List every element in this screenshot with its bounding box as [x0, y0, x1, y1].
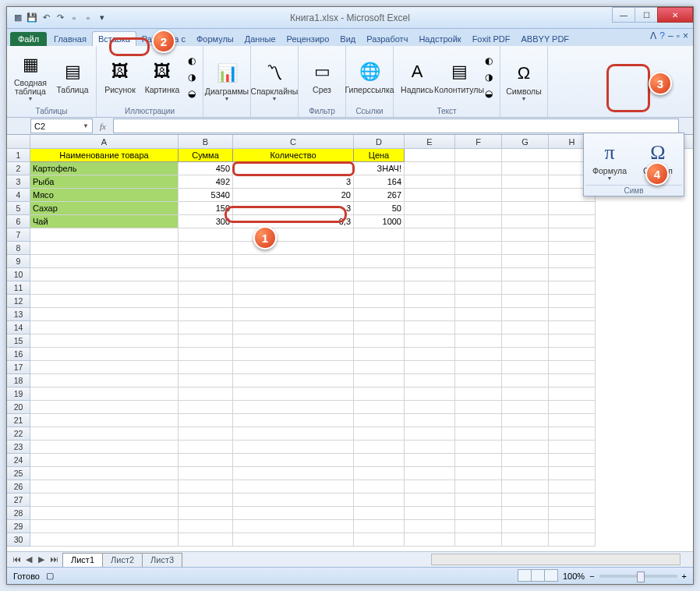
- cell-B1[interactable]: Сумма: [179, 149, 233, 162]
- horizontal-scrollbar[interactable]: [431, 554, 681, 565]
- cell-C14[interactable]: [233, 321, 354, 334]
- cell-F26[interactable]: [455, 480, 502, 494]
- row-header-19[interactable]: 19: [7, 388, 30, 401]
- cell-E28[interactable]: [405, 507, 455, 520]
- cell-F5[interactable]: [455, 202, 502, 215]
- cell-E21[interactable]: [405, 414, 455, 427]
- cell-D1[interactable]: Цена: [354, 149, 405, 162]
- cell-E26[interactable]: [405, 480, 455, 494]
- cell-E23[interactable]: [405, 441, 455, 454]
- cell-B3[interactable]: 492: [179, 175, 233, 189]
- row-header-9[interactable]: 9: [7, 255, 30, 268]
- tab-разработч[interactable]: Разработч: [361, 32, 413, 46]
- cell-E14[interactable]: [405, 321, 455, 334]
- cell-D27[interactable]: [354, 494, 405, 507]
- cell-B17[interactable]: [179, 361, 233, 374]
- cell-C8[interactable]: [233, 242, 354, 255]
- cell-E22[interactable]: [405, 427, 455, 441]
- cell-H26[interactable]: [549, 480, 596, 494]
- cell-H11[interactable]: [549, 281, 596, 295]
- cell-D11[interactable]: [354, 281, 405, 295]
- cell-A11[interactable]: [30, 281, 179, 295]
- cell-D20[interactable]: [354, 401, 405, 414]
- cell-B12[interactable]: [179, 295, 233, 308]
- cell-E2[interactable]: [405, 162, 455, 175]
- row-header-18[interactable]: 18: [7, 374, 30, 388]
- cell-A15[interactable]: [30, 334, 179, 348]
- cell-E9[interactable]: [405, 255, 455, 268]
- cell-E17[interactable]: [405, 361, 455, 374]
- cell-B27[interactable]: [179, 494, 233, 507]
- cell-G17[interactable]: [502, 361, 549, 374]
- cell-G5[interactable]: [502, 202, 549, 215]
- cell-C25[interactable]: [233, 467, 354, 480]
- cell-H22[interactable]: [549, 427, 596, 441]
- cell-E29[interactable]: [405, 520, 455, 533]
- cell-G27[interactable]: [502, 494, 549, 507]
- ribbon-btn-картинка[interactable]: 🖼Картинка: [142, 50, 182, 104]
- cell-H18[interactable]: [549, 374, 596, 388]
- ribbon-btn-гиперссылка[interactable]: 🌐Гиперссылка: [349, 50, 390, 104]
- cell-H10[interactable]: [549, 268, 596, 281]
- cell-A19[interactable]: [30, 388, 179, 401]
- cell-H5[interactable]: [549, 202, 596, 215]
- cell-D17[interactable]: [354, 361, 405, 374]
- cell-A16[interactable]: [30, 348, 179, 361]
- cell-H28[interactable]: [549, 507, 596, 520]
- row-header-16[interactable]: 16: [7, 348, 30, 361]
- zoom-slider[interactable]: [599, 575, 677, 578]
- cell-A8[interactable]: [30, 242, 179, 255]
- cell-B29[interactable]: [179, 520, 233, 533]
- cell-H9[interactable]: [549, 255, 596, 268]
- window-restore-icon[interactable]: ▫: [677, 30, 680, 41]
- cell-D13[interactable]: [354, 308, 405, 321]
- ribbon-btn-рисунок[interactable]: 🖼Рисунок: [100, 50, 140, 104]
- tab-формулы[interactable]: Формулы: [191, 32, 239, 46]
- cell-A17[interactable]: [30, 361, 179, 374]
- cell-H20[interactable]: [549, 401, 596, 414]
- cell-F28[interactable]: [455, 507, 502, 520]
- cell-A4[interactable]: Мясо: [30, 189, 179, 202]
- row-header-22[interactable]: 22: [7, 427, 30, 441]
- cell-D18[interactable]: [354, 374, 405, 388]
- row-header-28[interactable]: 28: [7, 507, 30, 520]
- namebox-dropdown-icon[interactable]: ▼: [83, 122, 89, 129]
- cell-F16[interactable]: [455, 348, 502, 361]
- cell-E6[interactable]: [405, 215, 455, 228]
- cell-F22[interactable]: [455, 427, 502, 441]
- cell-D29[interactable]: [354, 520, 405, 533]
- cell-H7[interactable]: [549, 228, 596, 242]
- cell-E12[interactable]: [405, 295, 455, 308]
- cell-B20[interactable]: [179, 401, 233, 414]
- cell-B11[interactable]: [179, 281, 233, 295]
- cell-C10[interactable]: [233, 268, 354, 281]
- cell-F23[interactable]: [455, 441, 502, 454]
- cell-E11[interactable]: [405, 281, 455, 295]
- col-header-D[interactable]: D: [354, 135, 405, 148]
- small-tool[interactable]: ◒: [481, 86, 497, 101]
- window-close-icon[interactable]: ×: [683, 30, 688, 41]
- row-header-29[interactable]: 29: [7, 520, 30, 533]
- cell-F18[interactable]: [455, 374, 502, 388]
- window-min-icon[interactable]: –: [668, 30, 673, 41]
- cell-D30[interactable]: [354, 533, 405, 547]
- zoom-out-icon[interactable]: −: [589, 572, 594, 581]
- row-header-30[interactable]: 30: [7, 533, 30, 547]
- row-header-17[interactable]: 17: [7, 361, 30, 374]
- tab-надстройк[interactable]: Надстройк: [413, 32, 466, 46]
- cell-G15[interactable]: [502, 334, 549, 348]
- cell-E1[interactable]: [405, 149, 455, 162]
- undo-icon[interactable]: ↶: [40, 12, 52, 24]
- cell-G19[interactable]: [502, 388, 549, 401]
- cell-G13[interactable]: [502, 308, 549, 321]
- cell-G24[interactable]: [502, 454, 549, 467]
- cell-C3[interactable]: 3: [233, 175, 354, 189]
- cell-G10[interactable]: [502, 268, 549, 281]
- cell-A3[interactable]: Рыба: [30, 175, 179, 189]
- cell-E16[interactable]: [405, 348, 455, 361]
- cell-A22[interactable]: [30, 427, 179, 441]
- cell-E3[interactable]: [405, 175, 455, 189]
- cell-B24[interactable]: [179, 454, 233, 467]
- cell-D19[interactable]: [354, 388, 405, 401]
- row-header-7[interactable]: 7: [7, 228, 30, 242]
